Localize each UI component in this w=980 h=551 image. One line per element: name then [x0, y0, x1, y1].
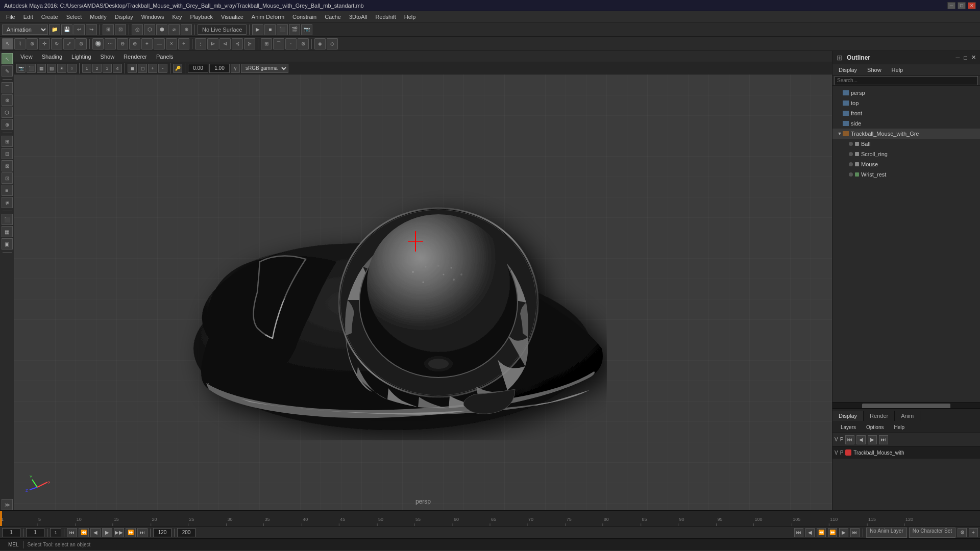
outliner-maximize[interactable]: □	[964, 55, 967, 61]
max-range-input[interactable]	[177, 528, 195, 537]
tb-btn-g[interactable]: ÷	[178, 38, 189, 49]
tree-item-side[interactable]: side	[832, 118, 980, 129]
tab-anim[interactable]: Anim	[895, 411, 920, 421]
tab-render[interactable]: Render	[864, 411, 895, 421]
menu-create[interactable]: Create	[37, 13, 62, 21]
curve-lt-btn[interactable]: ⌒	[2, 82, 13, 93]
tb-btn-l[interactable]: ⊱	[244, 38, 255, 49]
layer-row[interactable]: V P Trackball_Mouse_with	[832, 446, 980, 459]
menu-anim-deform[interactable]: Anim Deform	[248, 13, 288, 21]
tb-snap-curve[interactable]: ⌒	[273, 38, 284, 49]
tr-step-back[interactable]: ◀	[805, 528, 815, 537]
select-lt-btn[interactable]: ↖	[2, 53, 13, 64]
tb-sel1[interactable]: ◎	[132, 24, 143, 35]
outliner-menu-display[interactable]: Display	[835, 66, 861, 74]
vp-display-4[interactable]: 4	[113, 64, 122, 73]
pb-go-end[interactable]: ⏭	[137, 528, 148, 537]
lasso-tool-btn[interactable]: ⌇	[14, 38, 26, 49]
outliner-scrollbar[interactable]	[832, 402, 980, 408]
outliner-minimize[interactable]: ─	[956, 55, 960, 61]
timeline[interactable]: 1 5 10 15 20 25 30 35 40	[0, 511, 980, 527]
vp-menu-renderer[interactable]: Renderer	[119, 53, 151, 61]
tree-item-front[interactable]: front	[832, 108, 980, 118]
pb-prev-frame[interactable]: ◀	[90, 528, 101, 537]
menu-visualize[interactable]: Visualize	[217, 13, 248, 21]
minimize-button[interactable]: ─	[947, 2, 955, 9]
tr-step-fwd[interactable]: ▶	[839, 528, 848, 537]
tree-item-ball[interactable]: Ball	[832, 139, 980, 149]
vp-menu-panels[interactable]: Panels	[152, 53, 178, 61]
tb-snap-pt[interactable]: ·	[285, 38, 297, 49]
paint-sel-btn[interactable]: ⊛	[27, 38, 38, 49]
layer-prev-btn[interactable]: ⏮	[845, 435, 854, 444]
vp-menu-shading[interactable]: Shading	[38, 53, 66, 61]
vp-menu-lighting[interactable]: Lighting	[67, 53, 95, 61]
layer-lt-btn[interactable]: ⊞	[2, 136, 13, 147]
vp-tb-6[interactable]: ○	[67, 64, 77, 73]
tb-render3[interactable]: ⬛	[277, 24, 288, 35]
pb-go-start[interactable]: ⏮	[67, 528, 77, 537]
outliner-close[interactable]: ✕	[971, 54, 976, 61]
pb-step-fwd[interactable]: ⏩	[126, 528, 136, 537]
tb-btn-b[interactable]: ⊖	[117, 38, 128, 49]
tb-sel3[interactable]: ⬢	[156, 24, 167, 35]
menu-3dtoall[interactable]: 3DtoAll	[345, 13, 371, 21]
end-range-input[interactable]	[153, 528, 172, 537]
menu-help[interactable]: Help	[400, 13, 420, 21]
vp-gamma-btn[interactable]: γ	[231, 64, 240, 73]
layer2-lt-btn[interactable]: ⊟	[2, 148, 13, 159]
tree-item-top[interactable]: top	[832, 98, 980, 108]
tab-display[interactable]: Display	[832, 411, 864, 421]
tr-prev[interactable]: ⏪	[817, 528, 826, 537]
mode-dropdown[interactable]: Animation	[2, 24, 48, 35]
vp-menu-show[interactable]: Show	[96, 53, 119, 61]
vp-smooth-1[interactable]: ◼	[128, 64, 137, 73]
menu-windows[interactable]: Windows	[137, 13, 168, 21]
vp-smooth-4[interactable]: -	[158, 64, 167, 73]
tb-btn-h[interactable]: ⋮	[195, 38, 206, 49]
menu-playback[interactable]: Playback	[186, 13, 217, 21]
menu-edit[interactable]: Edit	[19, 13, 37, 21]
start-frame-input[interactable]	[26, 528, 44, 537]
layer5-lt-btn[interactable]: ≡	[2, 185, 13, 196]
outliner-menu-help[interactable]: Help	[888, 66, 908, 74]
vp-smooth-2[interactable]: ◻	[138, 64, 147, 73]
mel-label[interactable]: MEL	[4, 541, 23, 548]
pb-play-fwd[interactable]: ▶	[102, 528, 112, 537]
menu-key[interactable]: Key	[168, 13, 186, 21]
layer-fwd-btn[interactable]: ▶	[868, 435, 877, 444]
vp-menu-view[interactable]: View	[16, 53, 37, 61]
vp-gamma-select[interactable]: sRGB gamma	[241, 64, 288, 73]
render2-lt-btn[interactable]: ▦	[2, 226, 13, 237]
vp-tb-5[interactable]: ☀	[57, 64, 66, 73]
soft-sel-btn[interactable]: 🔘	[92, 38, 104, 49]
cb-menu-layers[interactable]: Layers	[837, 423, 860, 431]
sculpt-lt-btn[interactable]: ⊕	[2, 119, 13, 130]
cb-menu-options[interactable]: Options	[862, 423, 888, 431]
tb-snap2[interactable]: ⊡	[115, 24, 126, 35]
tb-btn-k[interactable]: ⊰	[232, 38, 243, 49]
tb-render5[interactable]: 📷	[301, 24, 312, 35]
tb-snap-grid[interactable]: ⊞	[261, 38, 272, 49]
tr-go-end[interactable]: ⏭	[850, 528, 860, 537]
vp-tb-4[interactable]: ▧	[47, 64, 56, 73]
tb-render4[interactable]: 🎬	[289, 24, 300, 35]
menu-modify[interactable]: Modify	[86, 13, 110, 21]
vp-tb-2[interactable]: ⬛	[27, 64, 36, 73]
menu-constrain[interactable]: Constrain	[288, 13, 321, 21]
tb-snap[interactable]: ⊞	[103, 24, 114, 35]
tb-btn-f[interactable]: ×	[166, 38, 177, 49]
tb-sel5[interactable]: ⊕	[181, 24, 192, 35]
cb-menu-help[interactable]: Help	[890, 423, 909, 431]
close-button[interactable]: ✕	[968, 2, 976, 9]
tree-item-trackball-group[interactable]: ▼ Trackball_Mouse_with_Gre	[832, 129, 980, 139]
maximize-button[interactable]: □	[958, 2, 966, 9]
tb-btn-1[interactable]: 📁	[49, 24, 60, 35]
tb-snap-vx[interactable]: ⊗	[298, 38, 309, 49]
tree-item-scrollring[interactable]: Scroll_ring	[832, 149, 980, 159]
viewport-3d[interactable]: persp X Y Z	[14, 74, 832, 510]
tree-item-wristrest[interactable]: Wrist_rest	[832, 169, 980, 180]
char-set-add[interactable]: +	[969, 528, 978, 537]
tb-btn-2[interactable]: 💾	[61, 24, 72, 35]
menu-cache[interactable]: Cache	[321, 13, 345, 21]
